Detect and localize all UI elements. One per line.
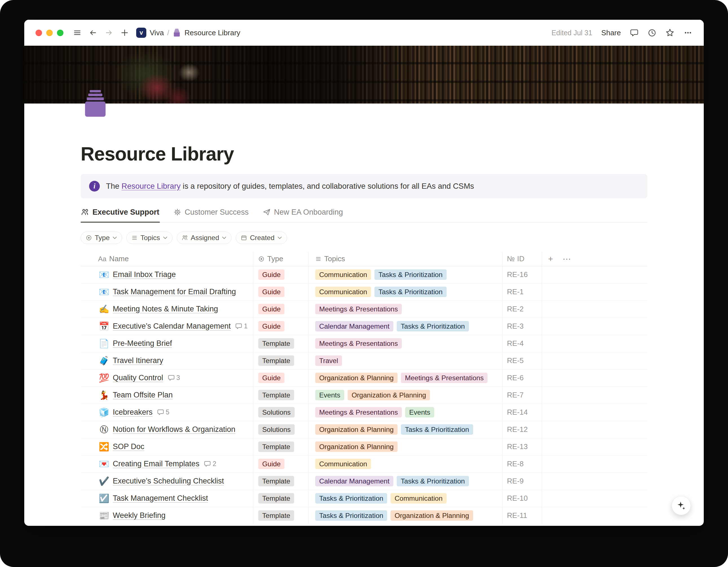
tag-travel[interactable]: Travel — [315, 356, 342, 366]
tag-tasks-prioritization[interactable]: Tasks & Prioritization — [315, 510, 387, 521]
zoom-window-button[interactable] — [57, 30, 63, 36]
tab-executive-support[interactable]: Executive Support — [81, 207, 160, 222]
table-row[interactable]: 🔀SOP DocTemplateOrganization & PlanningR… — [81, 438, 647, 456]
tag-organization-planning[interactable]: Organization & Planning — [315, 373, 398, 383]
tag-communication[interactable]: Communication — [315, 459, 371, 469]
favorite-star-icon[interactable] — [665, 28, 674, 37]
breadcrumb-workspace[interactable]: Viva — [150, 28, 164, 37]
tag-template[interactable]: Template — [258, 510, 294, 521]
callout-page-link[interactable]: Resource Library — [122, 182, 180, 190]
page-link[interactable]: Quality Control — [113, 374, 163, 382]
page-link[interactable]: Travel Itinerary — [113, 356, 163, 365]
table-row[interactable]: 📧Task Management for Email DraftingGuide… — [81, 284, 647, 301]
page-link[interactable]: Task Management for Email Drafting — [113, 288, 236, 296]
tag-organization-planning[interactable]: Organization & Planning — [391, 510, 473, 521]
table-row[interactable]: 🧳Travel ItineraryTemplateTravelRE-5 — [81, 352, 647, 370]
tag-organization-planning[interactable]: Organization & Planning — [348, 390, 430, 400]
updates-clock-icon[interactable] — [648, 28, 656, 37]
add-column-button[interactable]: + — [548, 255, 553, 263]
tag-meetings-presentations[interactable]: Meetings & Presentations — [315, 304, 402, 314]
table-row[interactable]: ✔️Executive’s Scheduling ChecklistTempla… — [81, 473, 647, 490]
page-link[interactable]: Weekly Briefing — [113, 511, 166, 520]
table-row[interactable]: 📅Executive’s Calendar Management1GuideCa… — [81, 318, 647, 335]
page-link[interactable]: Email Inbox Triage — [113, 270, 176, 279]
comment-count-badge[interactable]: 1 — [235, 323, 248, 330]
table-row[interactable]: 📄Pre-Meeting BriefTemplateMeetings & Pre… — [81, 335, 647, 352]
comment-count-badge[interactable]: 3 — [168, 374, 180, 382]
share-button[interactable]: Share — [601, 28, 621, 37]
table-row[interactable]: ✍️Meeting Notes & Minute TakingGuideMeet… — [81, 301, 647, 318]
more-options-icon[interactable] — [683, 28, 692, 37]
column-header-topics[interactable]: Topics — [308, 252, 502, 266]
page-archive-icon-large[interactable] — [81, 89, 110, 118]
column-header-id[interactable]: № ID — [502, 252, 542, 266]
tag-guide[interactable]: Guide — [258, 373, 284, 383]
table-row[interactable]: 📰Weekly BriefingTemplateTasks & Prioriti… — [81, 507, 647, 524]
table-more-options-icon[interactable]: ⋯ — [563, 255, 571, 263]
comment-count-badge[interactable]: 2 — [204, 460, 216, 468]
table-row[interactable]: 💯Quality Control3GuideOrganization & Pla… — [81, 370, 647, 387]
tag-tasks-prioritization[interactable]: Tasks & Prioritization — [397, 476, 469, 486]
tag-template[interactable]: Template — [258, 338, 294, 349]
tag-guide[interactable]: Guide — [258, 269, 284, 280]
filter-assigned[interactable]: Assigned — [177, 231, 232, 244]
tag-tasks-prioritization[interactable]: Tasks & Prioritization — [374, 269, 446, 280]
tag-tasks-prioritization[interactable]: Tasks & Prioritization — [374, 287, 446, 297]
filter-type[interactable]: Type — [81, 231, 122, 244]
comment-count-badge[interactable]: 5 — [157, 409, 169, 416]
table-row[interactable]: 📧Email Inbox TriageGuideCommunicationTas… — [81, 266, 647, 284]
tab-new-ea-onboarding[interactable]: New EA Onboarding — [262, 207, 344, 222]
tag-calendar-management[interactable]: Calendar Management — [315, 321, 393, 332]
tag-communication[interactable]: Communication — [391, 493, 446, 504]
page-link[interactable]: SOP Doc — [113, 442, 144, 451]
sidebar-menu-icon[interactable] — [73, 28, 81, 37]
page-link[interactable]: Pre-Meeting Brief — [113, 339, 172, 348]
tag-solutions[interactable]: Solutions — [258, 424, 295, 435]
page-link[interactable]: Executive’s Calendar Management — [113, 322, 231, 331]
page-link[interactable]: Notion for Workflows & Organization — [113, 425, 235, 434]
close-window-button[interactable] — [36, 30, 42, 36]
comments-icon[interactable] — [630, 28, 639, 37]
table-row[interactable]: ☑️Task Management ChecklistTemplateTasks… — [81, 490, 647, 507]
tag-communication[interactable]: Communication — [315, 269, 371, 280]
tag-meetings-presentations[interactable]: Meetings & Presentations — [401, 373, 487, 383]
tag-calendar-management[interactable]: Calendar Management — [315, 476, 393, 486]
column-header-name[interactable]: Aa Name — [81, 252, 253, 266]
breadcrumb-page[interactable]: Resource Library — [184, 28, 240, 37]
new-page-icon[interactable] — [120, 28, 129, 37]
back-icon[interactable] — [89, 28, 97, 37]
tag-guide[interactable]: Guide — [258, 321, 284, 332]
page-link[interactable]: Icebreakers — [113, 408, 153, 417]
minimize-window-button[interactable] — [46, 30, 53, 36]
tag-organization-planning[interactable]: Organization & Planning — [315, 442, 398, 452]
table-row[interactable]: 💃Team Offsite PlanTemplateEventsOrganiza… — [81, 387, 647, 404]
filter-created[interactable]: Created — [236, 231, 287, 244]
tag-guide[interactable]: Guide — [258, 459, 284, 469]
tag-tasks-prioritization[interactable]: Tasks & Prioritization — [397, 321, 469, 332]
tag-guide[interactable]: Guide — [258, 287, 284, 297]
forward-icon[interactable] — [105, 28, 113, 37]
tag-tasks-prioritization[interactable]: Tasks & Prioritization — [401, 424, 473, 435]
page-link[interactable]: Creating Email Templates — [113, 460, 199, 468]
tag-template[interactable]: Template — [258, 493, 294, 504]
column-header-type[interactable]: Type — [253, 252, 308, 266]
table-row[interactable]: ⓃNotion for Workflows & OrganizationSolu… — [81, 421, 647, 438]
filter-topics[interactable]: Topics — [126, 231, 172, 244]
tag-events[interactable]: Events — [405, 407, 434, 418]
workspace-logo[interactable]: v — [136, 28, 146, 38]
page-link[interactable]: Task Management Checklist — [113, 494, 208, 503]
tag-template[interactable]: Template — [258, 442, 294, 452]
page-link[interactable]: Meeting Notes & Minute Taking — [113, 305, 218, 314]
tag-meetings-presentations[interactable]: Meetings & Presentations — [315, 338, 402, 349]
tag-solutions[interactable]: Solutions — [258, 407, 295, 418]
tag-organization-planning[interactable]: Organization & Planning — [315, 424, 398, 435]
tag-events[interactable]: Events — [315, 390, 344, 400]
page-link[interactable]: Executive’s Scheduling Checklist — [113, 477, 224, 486]
tag-template[interactable]: Template — [258, 356, 294, 366]
tag-guide[interactable]: Guide — [258, 304, 284, 314]
tag-template[interactable]: Template — [258, 476, 294, 486]
ai-assistant-button[interactable] — [672, 496, 691, 515]
tag-meetings-presentations[interactable]: Meetings & Presentations — [315, 407, 402, 418]
table-row[interactable]: 💌Creating Email Templates2GuideCommunica… — [81, 456, 647, 473]
tab-customer-success[interactable]: Customer Success — [173, 207, 249, 222]
